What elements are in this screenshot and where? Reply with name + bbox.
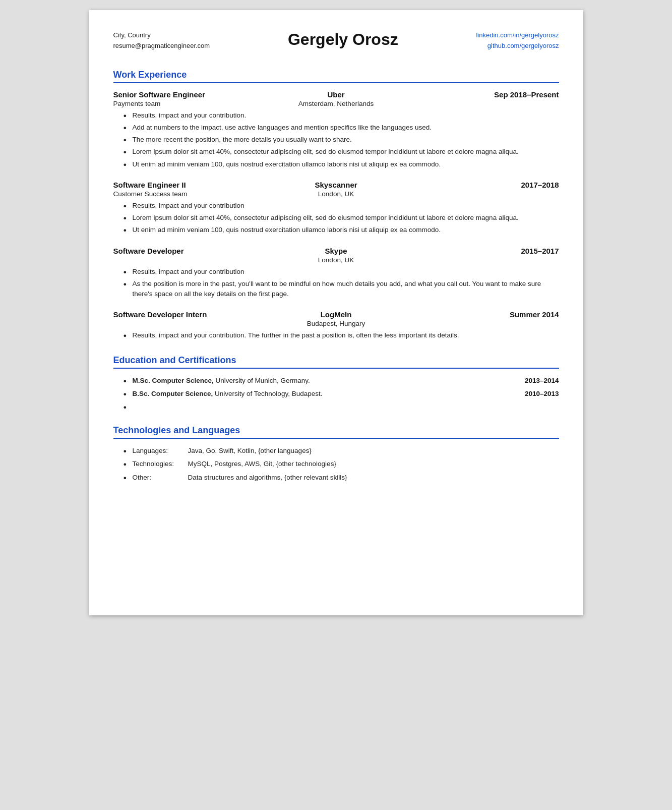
edu-item-empty xyxy=(124,402,559,411)
job-location-skype: London, UK xyxy=(262,256,410,264)
edu-item-msc: M.Sc. Computer Science, University of Mu… xyxy=(124,376,559,386)
job-title-logmein: Software Developer Intern xyxy=(113,310,262,319)
job-title-uber: Senior Software Engineer xyxy=(113,90,262,99)
tech-label-languages: Languages: xyxy=(133,446,188,456)
job-subrow-skype: London, UK xyxy=(113,256,559,264)
job-dates-logmein: Summer 2014 xyxy=(410,310,559,319)
tech-value-other: Data structures and algorithms, {other r… xyxy=(188,473,347,483)
job-company-uber: Uber xyxy=(262,90,410,99)
job-header-skyscanner: Software Engineer II Skyscanner 2017–201… xyxy=(113,181,559,189)
header-city: City, Country xyxy=(113,30,210,41)
job-bullets-uber: Results, impact and your contribution. A… xyxy=(113,110,559,169)
header-links-right: linkedin.com/in/gergelyorosz github.com/… xyxy=(476,30,559,51)
job-header-logmein: Software Developer Intern LogMeIn Summer… xyxy=(113,310,559,319)
job-location-skyscanner: London, UK xyxy=(262,190,410,198)
education-list: M.Sc. Computer Science, University of Mu… xyxy=(113,376,559,412)
job-title-skyscanner: Software Engineer II xyxy=(113,181,262,189)
tech-item-technologies: Technologies: MySQL, Postgres, AWS, Git,… xyxy=(124,459,559,469)
technologies-title: Technologies and Languages xyxy=(113,425,559,436)
job-subrow-logmein: Budapest, Hungary xyxy=(113,320,559,327)
resume-name: Gergely Orosz xyxy=(210,30,476,49)
job-location-logmein: Budapest, Hungary xyxy=(262,320,410,327)
bullet-item: Add at numbers to the impact, use active… xyxy=(124,123,559,133)
bullet-item: Results, impact and your contribution xyxy=(124,201,559,211)
edu-dates-bsc: 2010–2013 xyxy=(525,389,559,399)
work-experience-title: Work Experience xyxy=(113,70,559,80)
bullet-item: Lorem ipsum dolor sit amet 40%, consecte… xyxy=(124,147,559,157)
bullet-item: Lorem ipsum dolor sit amet 40%, consecte… xyxy=(124,213,559,223)
header-center: Gergely Orosz xyxy=(210,30,476,49)
bullet-item: Ut enim ad minim veniam 100, quis nostru… xyxy=(124,159,559,169)
job-header-uber: Senior Software Engineer Uber Sep 2018–P… xyxy=(113,90,559,99)
tech-label-other: Other: xyxy=(133,473,188,483)
technologies-list: Languages: Java, Go, Swift, Kotlin, {oth… xyxy=(113,446,559,483)
tech-value-technologies: MySQL, Postgres, AWS, Git, {other techno… xyxy=(188,459,336,469)
job-subrow-skyscanner: Customer Success team London, UK xyxy=(113,190,559,198)
technologies-divider xyxy=(113,438,559,439)
job-entry-uber: Senior Software Engineer Uber Sep 2018–P… xyxy=(113,90,559,169)
job-location-uber: Amsterdam, Netherlands xyxy=(262,100,410,107)
resume-page: City, Country resume@pragmaticengineer.c… xyxy=(89,10,583,615)
job-title-skype: Software Developer xyxy=(113,247,262,255)
edu-item-bsc: B.Sc. Computer Science, University of Te… xyxy=(124,389,559,399)
job-team-uber: Payments team xyxy=(113,100,262,107)
job-entry-skype: Software Developer Skype 2015–2017 Londo… xyxy=(113,247,559,300)
job-bullets-skyscanner: Results, impact and your contribution Lo… xyxy=(113,201,559,236)
work-experience-divider xyxy=(113,82,559,83)
job-entry-skyscanner: Software Engineer II Skyscanner 2017–201… xyxy=(113,181,559,236)
job-subrow-uber: Payments team Amsterdam, Netherlands xyxy=(113,100,559,107)
job-dates-skype: 2015–2017 xyxy=(410,247,559,255)
header-github[interactable]: github.com/gergelyorosz xyxy=(476,41,559,51)
job-dates-uber: Sep 2018–Present xyxy=(410,90,559,99)
job-bullets-skype: Results, impact and your contribution As… xyxy=(113,267,559,300)
job-header-skype: Software Developer Skype 2015–2017 xyxy=(113,247,559,255)
bullet-item: Results, impact and your contribution. T… xyxy=(124,330,559,340)
tech-value-languages: Java, Go, Swift, Kotlin, {other language… xyxy=(188,446,312,456)
header-linkedin[interactable]: linkedin.com/in/gergelyorosz xyxy=(476,30,559,41)
job-entry-logmein: Software Developer Intern LogMeIn Summer… xyxy=(113,310,559,340)
edu-text-msc: M.Sc. Computer Science, University of Mu… xyxy=(133,376,515,386)
job-company-skype: Skype xyxy=(262,247,410,255)
technologies-section: Technologies and Languages Languages: Ja… xyxy=(113,425,559,483)
job-dates-skyscanner: 2017–2018 xyxy=(410,181,559,189)
education-title: Education and Certifications xyxy=(113,355,559,366)
education-section: Education and Certifications M.Sc. Compu… xyxy=(113,355,559,412)
work-experience-section: Work Experience Senior Software Engineer… xyxy=(113,70,559,341)
tech-item-languages: Languages: Java, Go, Swift, Kotlin, {oth… xyxy=(124,446,559,456)
bullet-item: Results, impact and your contribution xyxy=(124,267,559,277)
job-company-logmein: LogMeIn xyxy=(262,310,410,319)
job-bullets-logmein: Results, impact and your contribution. T… xyxy=(113,330,559,340)
bullet-item: The more recent the position, the more d… xyxy=(124,135,559,145)
tech-item-other: Other: Data structures and algorithms, {… xyxy=(124,473,559,483)
bullet-item: As the position is more in the past, you… xyxy=(124,279,559,300)
job-team-skyscanner: Customer Success team xyxy=(113,190,262,198)
edu-text-bsc: B.Sc. Computer Science, University of Te… xyxy=(133,389,515,399)
education-divider xyxy=(113,368,559,369)
bullet-item: Results, impact and your contribution. xyxy=(124,110,559,121)
job-company-skyscanner: Skyscanner xyxy=(262,181,410,189)
resume-header: City, Country resume@pragmaticengineer.c… xyxy=(113,30,559,55)
header-contact-left: City, Country resume@pragmaticengineer.c… xyxy=(113,30,210,51)
bullet-item: Ut enim ad minim veniam 100, quis nostru… xyxy=(124,225,559,235)
header-email: resume@pragmaticengineer.com xyxy=(113,41,210,51)
edu-dates-msc: 2013–2014 xyxy=(525,376,559,386)
tech-label-technologies: Technologies: xyxy=(133,459,188,469)
